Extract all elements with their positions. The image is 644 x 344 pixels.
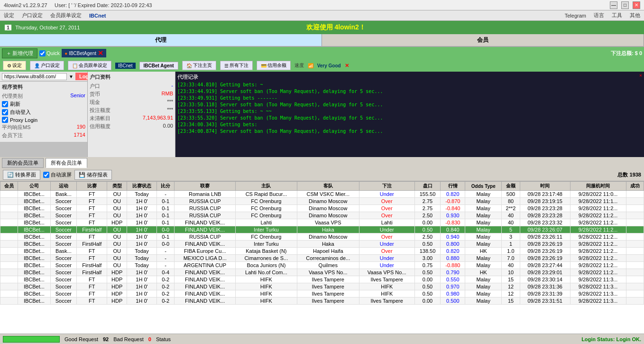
table-cell: HDP <box>107 219 127 226</box>
save-report-button[interactable]: 💾 储存报表 <box>74 170 112 180</box>
menu-item-tools[interactable]: 工具 <box>612 12 622 19</box>
table-cell: FT <box>77 212 107 219</box>
col-away: 客队 <box>297 182 359 191</box>
table-cell: 0-1 <box>157 205 175 212</box>
table-cell: 09/28 23:19:15 <box>520 198 570 205</box>
home-icon: 🏠 <box>186 63 192 68</box>
table-cell: 0-4 <box>157 269 175 276</box>
new-member-tab[interactable]: 新的会员注单 <box>2 158 44 168</box>
agent-memberlist-tab[interactable]: 📋 会员跟单设定 <box>68 61 111 70</box>
table-cell: OU <box>107 191 127 198</box>
table-cell: Malay <box>465 233 502 241</box>
table-cell: 0-0 <box>157 241 175 248</box>
table-cell: Haka <box>297 241 359 248</box>
table-cell: FC Orenburg <box>236 205 297 212</box>
add-agent-button[interactable]: ＋ 新增代理 <box>2 48 37 58</box>
maximize-button[interactable]: □ <box>621 1 629 9</box>
agent-settings-tab[interactable]: ⚙ 设定 <box>3 61 26 70</box>
url-bar: ▼ Logout <box>0 72 87 82</box>
log-close-icon[interactable]: ✕ <box>639 73 642 78</box>
user-info: User: [ ' '/ Expired Date: 2022-10-09 22… <box>55 2 152 8</box>
table-cell: 2.75 <box>414 205 441 212</box>
table-cell <box>626 198 644 205</box>
table-cell: Hapoel Haifa <box>297 248 359 255</box>
table-cell: 40 <box>502 212 520 219</box>
main-tab-row: 代理 会员 <box>0 34 644 47</box>
table-cell: CS Rapid Bucur... <box>236 191 297 198</box>
quick-label: Quick <box>46 50 60 56</box>
table-cell: 15 <box>502 276 520 283</box>
agent-account-tab[interactable]: 👤 户口设定 <box>30 61 64 70</box>
bet-table-container[interactable]: 会员 公司 运动 比赛 类型 比赛状态 比分 联赛 主队 客队 下注 盘口 行情… <box>0 181 644 334</box>
menu-item-ibcnet[interactable]: IBCnet <box>89 13 106 19</box>
table-cell: 9/28/2022 11:2... <box>570 255 626 262</box>
table-cell: Correcaminos de... <box>297 255 359 262</box>
table-cell: Lahti <box>236 219 297 226</box>
table-cell: HIFK <box>359 290 414 298</box>
ibc-logo-icon: ● <box>64 51 67 56</box>
log-line-7: [23:34:00.343] Getting bets: <box>177 121 642 128</box>
list2-icon: ☰ <box>224 63 229 68</box>
table-cell: Today <box>127 191 156 198</box>
table-cell: IBCBet... <box>18 212 50 219</box>
list-icon: 📋 <box>72 63 78 68</box>
table-cell: 40 <box>502 262 520 269</box>
auto-scroll-checkbox[interactable] <box>43 172 49 178</box>
table-row: IBCBet...SoccerFTHDP1H 0'0-2FINLAND VEIK… <box>0 276 644 283</box>
table-row: IBCBet...SoccerFirstHalfOU1H 0'0-0FINLAN… <box>0 241 644 248</box>
table-cell: OU <box>107 248 127 255</box>
refresh-checkbox[interactable] <box>2 101 8 107</box>
table-cell: 0.980 <box>441 290 465 298</box>
menu-item-other[interactable]: 其他 <box>630 12 640 19</box>
all-member-tab[interactable]: 所有会员注单 <box>46 158 87 168</box>
table-cell <box>0 269 18 276</box>
speed-bar-icon: 📶 <box>308 63 313 68</box>
table-cell: 0.00 <box>414 219 441 226</box>
table-cell: FirstHalf <box>77 262 107 269</box>
credit-tab[interactable]: 💳 信用余额 <box>257 61 291 70</box>
table-cell: Soccer <box>50 219 77 226</box>
table-cell: HK <box>465 269 502 276</box>
refresh-label: 刷新 <box>10 101 20 108</box>
table-cell: 0.820 <box>441 191 465 198</box>
table-cell: Soccer <box>50 212 77 219</box>
menu-item-lang[interactable]: 语言 <box>594 12 604 19</box>
tab-agent[interactable]: 代理 <box>0 34 322 46</box>
agent-close-icon[interactable]: ✕ <box>98 49 103 57</box>
menu-item-settings[interactable]: 设定 <box>4 12 14 19</box>
switch-view-button[interactable]: 🔄 转换界面 <box>3 170 40 180</box>
table-cell <box>0 262 18 269</box>
col-bet: 下注 <box>359 182 414 191</box>
dropdown-icon[interactable]: ▼ <box>69 74 74 79</box>
ibcbet-agent-label: IBCBet Agent <box>139 62 178 70</box>
table-cell: Under <box>359 262 414 269</box>
table-cell: Over <box>359 212 414 219</box>
menu-item-telegram[interactable]: Telegram <box>565 13 586 19</box>
table-cell: Quilmes <box>297 262 359 269</box>
minimize-button[interactable]: — <box>610 1 617 9</box>
close-button[interactable]: ✕ <box>633 1 640 9</box>
quick-checkbox[interactable] <box>39 50 46 56</box>
table-cell: 500 <box>502 191 520 198</box>
table-cell: 12 <box>502 290 520 298</box>
table-cell: FirstHalf <box>77 226 107 233</box>
table-cell: FINLAND VEIK... <box>175 241 236 248</box>
url-input[interactable] <box>2 73 67 80</box>
table-cell: Inter Turku <box>236 226 297 233</box>
table-cell: 09/28 23:23:28 <box>520 205 570 212</box>
table-cell: 0.75 <box>414 262 441 269</box>
tab-member[interactable]: 会员 <box>322 34 644 46</box>
auto-login-checkbox[interactable] <box>2 109 8 115</box>
table-cell: Soccer <box>50 283 77 290</box>
proxy-login-checkbox[interactable] <box>2 117 8 123</box>
table-cell: 0.880 <box>441 255 465 262</box>
all-bets-tab[interactable]: ☰ 所有下注 <box>220 61 253 70</box>
table-cell: Soccer <box>50 255 77 262</box>
table-cell: 0.00 <box>414 298 441 305</box>
menu-item-members[interactable]: 会员跟单设定 <box>50 12 82 19</box>
agent-bar-close-icon[interactable]: ✕ <box>345 63 349 69</box>
menu-item-account[interactable]: 户口设定 <box>22 12 43 19</box>
bet-home-tab[interactable]: 🏠 下注主页 <box>182 61 216 70</box>
table-header-row: 会员 公司 运动 比赛 类型 比赛状态 比分 联赛 主队 客队 下注 盘口 行情… <box>0 182 644 191</box>
table-cell <box>626 283 644 290</box>
